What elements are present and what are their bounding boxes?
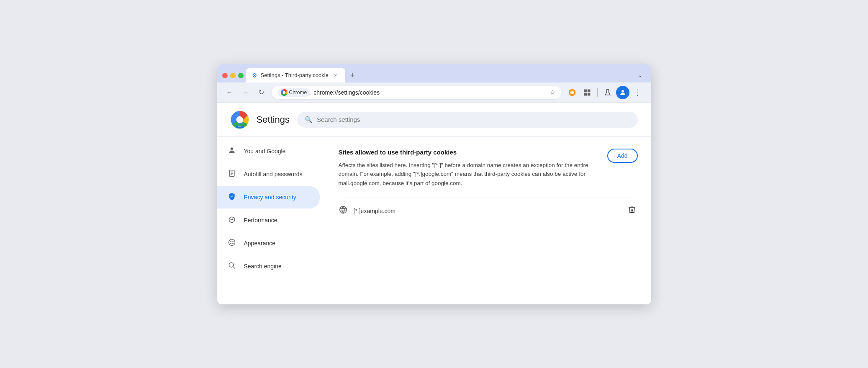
cookie-entry: [*.]example.com — [339, 198, 638, 224]
title-bar: ⚙ Settings - Third-party cookie × + ⌄ — [217, 64, 651, 82]
svg-point-27 — [230, 243, 231, 244]
active-tab[interactable]: ⚙ Settings - Third-party cookie × — [246, 68, 345, 82]
globe-svg — [339, 205, 348, 214]
tab-bar: ⚙ Settings - Third-party cookie × + — [246, 68, 632, 82]
person-icon — [619, 89, 627, 96]
address-bar: ← → ↻ Chrome ☆ — [217, 82, 651, 103]
section-description: Affects the sites listed here. Inserting… — [339, 161, 607, 188]
url-badge-label: Chrome — [289, 90, 307, 95]
shield-svg — [228, 192, 236, 201]
svg-point-10 — [621, 90, 624, 93]
chrome-logo-svg: Beta — [231, 111, 249, 129]
new-tab-button[interactable]: + — [347, 69, 358, 82]
appearance-icon — [227, 238, 236, 249]
refresh-button[interactable]: ↻ — [256, 87, 267, 98]
autofill-icon — [227, 169, 236, 180]
sidebar-item-appearance[interactable]: Appearance — [217, 232, 320, 255]
toolbar-divider — [597, 88, 598, 97]
browser-window: ⚙ Settings - Third-party cookie × + ⌄ ← … — [217, 64, 651, 304]
profile-avatar[interactable] — [616, 86, 629, 99]
window-controls — [222, 73, 244, 82]
extension-svg — [568, 88, 576, 97]
settings-page-title: Settings — [257, 114, 290, 125]
extension-icon[interactable] — [565, 86, 579, 99]
settings-layout: You and Google Autofill and passwords — [217, 137, 651, 304]
bookmark-star-icon[interactable]: ☆ — [550, 88, 555, 96]
toolbar-icons: ⋮ — [565, 86, 645, 99]
lab-icon-button[interactable] — [601, 86, 614, 99]
chrome-logo: Beta — [231, 111, 249, 129]
extensions-button[interactable] — [580, 86, 594, 99]
url-badge: Chrome — [277, 88, 311, 97]
url-bar: Chrome ☆ — [272, 86, 561, 99]
settings-header: Beta Settings 🔍 — [217, 103, 651, 137]
sidebar-label-autofill: Autofill and passwords — [244, 171, 303, 178]
more-options-button[interactable]: ⋮ — [631, 86, 645, 99]
svg-point-24 — [229, 239, 235, 245]
section-text: Sites allowed to use third-party cookies… — [339, 149, 607, 188]
minimize-window-button[interactable] — [230, 73, 236, 78]
chrome-icon-small — [281, 89, 288, 96]
svg-rect-8 — [587, 93, 590, 95]
sidebar-label-appearance: Appearance — [244, 240, 276, 247]
sidebar-item-performance[interactable]: Performance — [217, 209, 320, 232]
search-engine-icon — [227, 261, 236, 272]
globe-icon — [339, 205, 348, 216]
add-button[interactable]: Add — [607, 149, 638, 163]
svg-point-29 — [229, 262, 234, 267]
svg-line-30 — [233, 266, 235, 268]
sidebar-item-you-and-google[interactable]: You and Google — [217, 140, 320, 162]
shield-icon — [227, 192, 236, 203]
svg-rect-7 — [584, 93, 587, 95]
tab-close-button[interactable]: × — [332, 72, 339, 79]
page-body: Beta Settings 🔍 You — [217, 103, 651, 304]
delete-cookie-button[interactable] — [626, 204, 638, 218]
person-sidebar-icon — [227, 146, 236, 157]
search-input[interactable] — [317, 116, 630, 123]
tab-expand-button[interactable]: ⌄ — [634, 69, 646, 82]
gauge-svg — [228, 215, 236, 224]
sidebar-label-privacy: Privacy and security — [244, 194, 296, 201]
section-title: Sites allowed to use third-party cookies — [339, 149, 607, 156]
sidebar-item-autofill[interactable]: Autofill and passwords — [217, 163, 320, 185]
main-panel: Sites allowed to use third-party cookies… — [325, 137, 651, 304]
svg-point-26 — [232, 241, 234, 242]
url-input[interactable] — [313, 89, 546, 96]
clipboard-svg — [228, 169, 236, 178]
beaker-icon — [603, 88, 612, 97]
back-button[interactable]: ← — [224, 87, 236, 98]
sidebar-item-search-engine[interactable]: Search engine — [217, 255, 320, 278]
cookie-domain-text: [*.]example.com — [354, 208, 620, 214]
svg-point-28 — [232, 243, 234, 244]
svg-point-4 — [570, 90, 573, 94]
sidebar-label-performance: Performance — [244, 217, 277, 224]
tab-settings-icon: ⚙ — [252, 72, 257, 79]
search-svg — [228, 261, 236, 270]
maximize-window-button[interactable] — [238, 73, 244, 78]
person-svg — [228, 146, 236, 154]
performance-icon — [227, 215, 236, 226]
sidebar: You and Google Autofill and passwords — [217, 137, 325, 304]
sidebar-item-privacy[interactable]: Privacy and security — [217, 186, 320, 208]
forward-button[interactable]: → — [240, 87, 252, 98]
svg-point-13 — [236, 116, 243, 123]
tab-title: Settings - Third-party cookie — [261, 72, 329, 78]
svg-point-2 — [283, 91, 285, 94]
svg-point-25 — [230, 241, 231, 242]
svg-rect-6 — [587, 89, 590, 92]
palette-svg — [228, 238, 236, 247]
svg-rect-5 — [584, 89, 587, 92]
puzzle-icon — [583, 88, 591, 97]
search-icon: 🔍 — [305, 116, 313, 124]
trash-icon — [628, 206, 636, 214]
svg-text:Beta: Beta — [238, 126, 241, 128]
sidebar-label-search-engine: Search engine — [244, 263, 282, 270]
search-bar[interactable]: 🔍 — [297, 112, 638, 128]
sidebar-label-you-and-google: You and Google — [244, 148, 286, 154]
section-header-row: Sites allowed to use third-party cookies… — [339, 149, 638, 188]
svg-point-31 — [339, 206, 347, 214]
close-window-button[interactable] — [222, 73, 228, 78]
svg-point-16 — [230, 147, 233, 150]
